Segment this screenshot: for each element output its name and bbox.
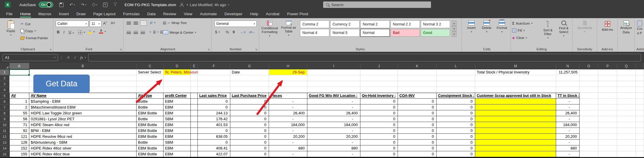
cell-I4[interactable] <box>307 87 360 93</box>
column-header-M[interactable]: M <box>475 63 556 69</box>
cell-x3[interactable] <box>636 81 644 87</box>
menu-tab-page-layout[interactable]: Page Layout <box>89 9 119 18</box>
toolbar-options-button[interactable]: ▾ <box>113 3 117 6</box>
cell-A9[interactable]: 56 <box>9 116 29 122</box>
cell-D4[interactable] <box>163 87 191 93</box>
style-normal-5[interactable]: Normal 5 <box>330 29 360 37</box>
cell-M9[interactable] <box>475 116 556 122</box>
cell-C7[interactable]: Bottle <box>137 104 163 110</box>
format-as-table-button[interactable]: Format as Table▾ <box>280 20 297 37</box>
cell-x6[interactable] <box>636 99 644 104</box>
cell-P8[interactable] <box>598 110 617 116</box>
row-header-5[interactable]: 5 <box>0 93 9 99</box>
cell-C15[interactable]: EBM Bottle <box>137 151 163 157</box>
cell-D2[interactable] <box>163 75 191 81</box>
cell-K7[interactable]: 0 <box>398 104 437 110</box>
cell-E3[interactable] <box>191 81 198 87</box>
cell-L1[interactable] <box>437 69 475 75</box>
number-format-select[interactable]: General▾ <box>214 20 257 27</box>
cell-x10[interactable] <box>636 122 644 128</box>
cell-D11[interactable]: EBM <box>163 128 191 134</box>
cell-G6[interactable]: 0 <box>230 99 269 104</box>
row-header-11[interactable]: 11 <box>0 128 9 134</box>
cell-O1[interactable] <box>580 69 598 75</box>
cell-J5[interactable]: On-Hold Inventory : <box>360 93 398 99</box>
column-header-A[interactable]: A <box>9 63 29 69</box>
cell-D6[interactable]: EBM <box>163 99 191 104</box>
cell-P14[interactable] <box>598 145 617 151</box>
cell-A13[interactable]: 126 <box>9 140 29 145</box>
menu-tab-acrobat[interactable]: Acrobat <box>262 9 283 18</box>
cell-G8[interactable]: 0 <box>230 110 269 116</box>
cell-N9[interactable]: - <box>556 116 580 122</box>
cell-M13[interactable] <box>475 140 556 145</box>
cell-L14[interactable]: 0 <box>437 145 475 151</box>
cell-C11[interactable]: EBM Bottle <box>137 128 163 134</box>
cell-A6[interactable]: 1 <box>9 99 29 104</box>
menu-tab-home[interactable]: Home <box>16 9 35 18</box>
redo-button[interactable]: ↷▾ <box>81 2 86 7</box>
cell-A8[interactable]: 55 <box>9 110 29 116</box>
cell-L4[interactable] <box>437 87 475 93</box>
cell-Q6[interactable] <box>617 99 636 104</box>
gallery-more-button[interactable]: ▼ <box>452 31 456 37</box>
conditional-formatting-button[interactable]: Conditional Formatting▾ <box>260 20 279 37</box>
cell-Q9[interactable] <box>617 116 636 122</box>
clear-button[interactable]: ◆ Clear▾ <box>512 36 527 40</box>
column-header-K[interactable]: K <box>398 63 437 69</box>
cell-O4[interactable] <box>580 87 598 93</box>
increase-font-button[interactable]: Aˆ <box>103 21 107 25</box>
last-modified[interactable]: • Last Modified: 4h ago ▾ <box>187 3 229 7</box>
cell-N6[interactable]: - <box>556 99 580 104</box>
cell-F2[interactable] <box>198 75 230 81</box>
cell-N4[interactable] <box>556 87 580 93</box>
menu-tab-macros[interactable]: Macros <box>35 9 55 18</box>
cell-C6[interactable]: Bottle <box>137 99 163 104</box>
cell-C8[interactable]: EBM Bottle <box>137 110 163 116</box>
cell-N5[interactable]: TT in Stock : <box>556 93 580 99</box>
style-normal-2[interactable]: Normal 2 <box>360 20 390 28</box>
cell-E12[interactable] <box>191 134 198 140</box>
column-header-L[interactable]: L <box>437 63 475 69</box>
cell-Q11[interactable] <box>617 128 636 134</box>
menu-tab-formulas[interactable]: Formulas <box>119 9 143 18</box>
column-header-D[interactable]: D <box>163 63 191 69</box>
cell-x5[interactable] <box>636 93 644 99</box>
cell-E9[interactable] <box>191 116 198 122</box>
cell-D7[interactable]: EBM <box>163 104 191 110</box>
cell-J2[interactable] <box>360 75 398 81</box>
style-good[interactable]: Good <box>421 29 450 37</box>
cell-H1[interactable]: 29-Sep <box>269 69 307 75</box>
autosave-toggle[interactable]: On <box>39 2 53 8</box>
cell-J4[interactable] <box>360 87 398 93</box>
row-header-8[interactable]: 8 <box>0 110 9 116</box>
cell-B14[interactable]: HDPE Ridex 48oz silver <box>29 145 137 151</box>
cell-E13[interactable] <box>191 140 198 145</box>
cell-J12[interactable]: 0 <box>360 134 398 140</box>
cell-H10[interactable]: 184,000 <box>269 122 307 128</box>
find-select-button[interactable]: Find & Select▾ <box>556 20 571 37</box>
cell-K8[interactable]: 0 <box>398 110 437 116</box>
increase-indent-button[interactable]: ⇥ <box>156 30 163 33</box>
cell-N13[interactable]: - <box>556 140 580 145</box>
cell-A4[interactable] <box>9 87 29 93</box>
cell-F11[interactable]: 0 <box>198 128 230 134</box>
cell-B9[interactable]: 0291881- Lysol 28oz PET <box>29 116 137 122</box>
cell-P11[interactable] <box>598 128 617 134</box>
cell-H5[interactable]: Pieces <box>269 93 307 99</box>
cell-G9[interactable]: 0 <box>230 116 269 122</box>
cell-x15[interactable] <box>636 151 644 157</box>
align-right-button[interactable] <box>141 31 145 34</box>
cell-H7[interactable]: - <box>269 104 307 110</box>
cell-G5[interactable]: Last Purchase Price <box>230 93 269 99</box>
align-middle-button[interactable] <box>134 22 138 25</box>
font-name-select[interactable]: Calibri▾ <box>56 20 88 27</box>
cell-D9[interactable]: SBM <box>163 116 191 122</box>
enter-button[interactable]: ✓ <box>74 55 77 60</box>
column-header-Q[interactable]: Q <box>617 63 636 69</box>
cell-M11[interactable] <box>475 128 556 134</box>
cell-L8[interactable]: 0 <box>437 110 475 116</box>
cell-N8[interactable]: 26,400 <box>556 110 580 116</box>
cell-B13[interactable]: $Abmusterung - SBM <box>29 140 137 145</box>
cell-F6[interactable]: 0 <box>198 99 230 104</box>
